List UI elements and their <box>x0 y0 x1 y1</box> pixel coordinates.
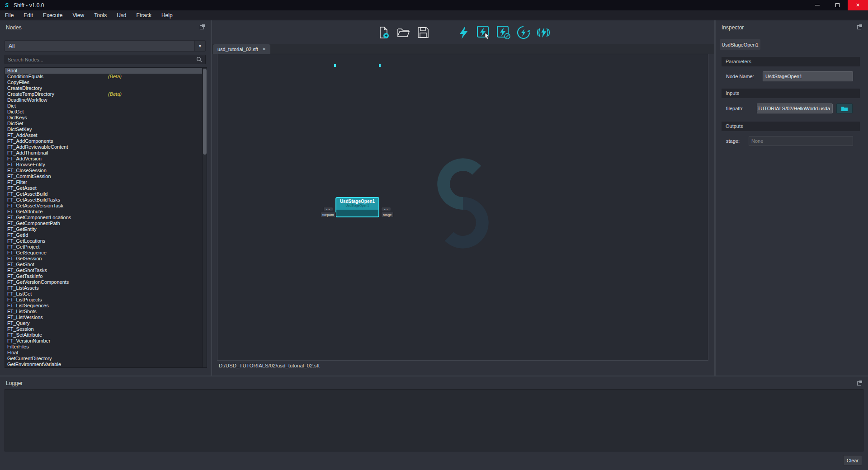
list-item[interactable]: FT_BrowseEntity <box>5 162 207 168</box>
list-item[interactable]: FT_AddThumbnail <box>5 150 207 156</box>
close-button[interactable]: ✕ <box>848 0 868 10</box>
list-item[interactable]: FT_VersionNumber <box>5 338 207 344</box>
float-panel-icon[interactable] <box>199 24 205 30</box>
execute-live-button[interactable] <box>536 25 551 40</box>
list-item[interactable]: FT_ListShots <box>5 309 207 315</box>
list-item[interactable]: DictSetKey <box>5 127 207 132</box>
list-item[interactable]: FT_ListAssets <box>5 285 207 291</box>
node-subtitle: UsdStageOpen1 <box>336 204 378 207</box>
open-file-button[interactable] <box>396 25 410 40</box>
list-item[interactable]: FT_ListVersions <box>5 315 207 320</box>
tab-usd-tutorial-02[interactable]: usd_tutorial_02.sft ✕ <box>213 44 270 54</box>
minimize-icon <box>815 5 820 5</box>
menu-item[interactable]: File <box>0 10 19 20</box>
list-item[interactable]: FT_Session <box>5 326 207 332</box>
list-item[interactable]: FT_GetComponentLocations <box>5 215 207 221</box>
inspector-node-tab[interactable]: UsdStageOpen1 <box>720 39 760 50</box>
list-item[interactable]: FT_GetVersionComponents <box>5 279 207 285</box>
list-item[interactable]: Bool <box>5 68 207 74</box>
output-port-arrows[interactable]: ››› <box>381 207 391 211</box>
nodes-list-scrollbar[interactable] <box>202 68 207 367</box>
list-item[interactable]: FT_Query <box>5 320 207 326</box>
float-panel-icon[interactable] <box>857 24 863 30</box>
save-file-button[interactable] <box>416 25 430 40</box>
list-item[interactable]: DictGet <box>5 109 207 115</box>
list-item[interactable]: FT_GetAssetVersionTask <box>5 203 207 209</box>
app-logo-icon: S <box>4 2 10 9</box>
list-item[interactable]: DictKeys <box>5 115 207 121</box>
logger-output-area[interactable] <box>5 389 863 451</box>
maximize-button[interactable] <box>827 0 848 10</box>
list-item[interactable]: FT_GetTaskInfo <box>5 273 207 279</box>
filepath-field[interactable]: D:/USD_TUTORIALS/02/HelloWorld.usda <box>757 103 833 113</box>
save-icon <box>417 26 429 39</box>
execute-button[interactable] <box>457 25 471 40</box>
list-item[interactable]: FT_GetSession <box>5 256 207 262</box>
beta-badge: (Beta) <box>108 74 122 80</box>
menu-item[interactable]: Help <box>156 10 178 20</box>
list-item[interactable]: FT_CloseSession <box>5 168 207 174</box>
list-item[interactable]: FT_GetId <box>5 232 207 238</box>
node-name-field[interactable]: UsdStageOpen1 <box>763 71 853 81</box>
list-item[interactable]: FT_GetAssetBuild <box>5 191 207 197</box>
list-item[interactable]: FT_Filter <box>5 179 207 185</box>
list-item[interactable]: GetEnvironmentVariable <box>5 362 207 367</box>
shift-logo-watermark <box>429 136 497 271</box>
node-input-port[interactable] <box>334 64 336 67</box>
list-item[interactable]: FT_GetAttribute <box>5 209 207 215</box>
execute-stop-button[interactable] <box>496 25 511 40</box>
menu-item[interactable]: Execute <box>38 10 67 20</box>
search-input[interactable] <box>5 57 196 62</box>
list-item[interactable]: GetCurrentDirectory <box>5 356 207 362</box>
list-item[interactable]: FT_SetAttribute <box>5 332 207 338</box>
list-item[interactable]: FT_ListProjects <box>5 297 207 303</box>
new-file-button[interactable] <box>376 25 391 40</box>
list-item[interactable]: FT_GetEntity <box>5 226 207 232</box>
menu-item[interactable]: Usd <box>112 10 131 20</box>
list-item[interactable]: FT_GetLocations <box>5 238 207 244</box>
list-item[interactable]: Dict <box>5 103 207 109</box>
list-item[interactable]: FT_AddComponents <box>5 138 207 144</box>
list-item[interactable]: FT_GetComponentPath <box>5 221 207 226</box>
list-item[interactable]: FT_GetSequence <box>5 250 207 256</box>
list-item[interactable]: FilterFiles <box>5 344 207 350</box>
execute-selected-button[interactable] <box>476 25 491 40</box>
list-item-label: ConditionEquals <box>7 74 43 79</box>
list-item[interactable]: FT_AddAsset <box>5 132 207 138</box>
input-port-arrows[interactable]: ››› <box>323 207 333 211</box>
execute-refresh-button[interactable] <box>516 25 531 40</box>
list-item[interactable]: ConditionEquals (Beta) <box>5 74 207 80</box>
menu-item[interactable]: Ftrack <box>132 10 156 20</box>
list-item[interactable]: DeadlineWorkflow <box>5 97 207 103</box>
scrollbar-thumb[interactable] <box>203 69 207 155</box>
browse-file-button[interactable] <box>836 103 853 113</box>
list-item[interactable]: FT_GetAsset <box>5 185 207 191</box>
toolbar <box>212 20 714 44</box>
list-item[interactable]: FT_GetAssetBuildTasks <box>5 197 207 203</box>
clear-button[interactable]: Clear <box>843 455 862 465</box>
list-item[interactable]: DictSet <box>5 121 207 127</box>
list-item[interactable]: CreateTempDirectory (Beta) <box>5 91 207 97</box>
input-port-label: filepath <box>321 212 336 217</box>
list-item[interactable]: FT_AddReviewableContent <box>5 144 207 150</box>
node-output-port[interactable] <box>379 64 381 67</box>
list-item[interactable]: FT_GetShot <box>5 262 207 268</box>
list-item[interactable]: Float <box>5 350 207 356</box>
node-usdstageopen1[interactable]: UsdStageOpen1 UsdStageOpen1 <box>335 197 379 217</box>
list-item[interactable]: FT_GetShotTasks <box>5 268 207 273</box>
list-item[interactable]: FT_ListSequences <box>5 303 207 309</box>
tab-close-icon[interactable]: ✕ <box>262 47 266 52</box>
menu-item[interactable]: Tools <box>89 10 112 20</box>
node-graph-canvas[interactable]: UsdStageOpen1 UsdStageOpen1 ››› filepath… <box>217 54 708 361</box>
minimize-button[interactable] <box>807 0 827 10</box>
menu-item[interactable]: Edit <box>19 10 38 20</box>
list-item[interactable]: FT_AddVersion <box>5 156 207 162</box>
menu-item[interactable]: View <box>67 10 89 20</box>
list-item[interactable]: FT_ListGet <box>5 291 207 297</box>
list-item[interactable]: FT_CommitSession <box>5 174 207 179</box>
list-item[interactable]: CreateDirectory <box>5 85 207 91</box>
node-filter-dropdown[interactable]: All ▼ <box>5 40 206 52</box>
list-item[interactable]: CopyFiles <box>5 80 207 85</box>
list-item[interactable]: FT_GetProject <box>5 244 207 250</box>
float-panel-icon[interactable] <box>857 380 863 386</box>
